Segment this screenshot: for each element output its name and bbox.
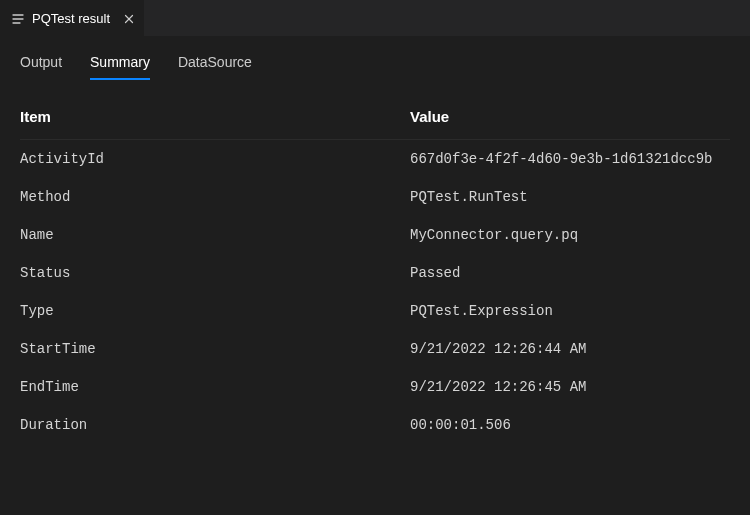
list-icon bbox=[10, 11, 26, 27]
result-table: Item Value ActivityId667d0f3e-4f2f-4d60-… bbox=[0, 80, 750, 444]
table-cell-value: MyConnector.query.pq bbox=[410, 227, 730, 243]
tab-datasource[interactable]: DataSource bbox=[178, 54, 252, 80]
table-cell-value: PQTest.RunTest bbox=[410, 189, 730, 205]
table-cell-item: EndTime bbox=[20, 379, 410, 395]
table-cell-item: Name bbox=[20, 227, 410, 243]
table-header: Item Value bbox=[20, 108, 730, 140]
table-cell-value: PQTest.Expression bbox=[410, 303, 730, 319]
close-icon[interactable] bbox=[118, 8, 140, 30]
table-cell-value: 9/21/2022 12:26:44 AM bbox=[410, 341, 730, 357]
table-cell-item: Status bbox=[20, 265, 410, 281]
window-tab-title: PQTest result bbox=[32, 11, 112, 26]
window-tab-bar: PQTest result bbox=[0, 0, 750, 36]
table-row: TypePQTest.Expression bbox=[20, 292, 730, 330]
table-row: ActivityId667d0f3e-4f2f-4d60-9e3b-1d6132… bbox=[20, 140, 730, 178]
table-row: Duration00:00:01.506 bbox=[20, 406, 730, 444]
table-cell-item: Method bbox=[20, 189, 410, 205]
table-cell-item: Type bbox=[20, 303, 410, 319]
table-row: StatusPassed bbox=[20, 254, 730, 292]
table-cell-value: Passed bbox=[410, 265, 730, 281]
table-cell-value: 9/21/2022 12:26:45 AM bbox=[410, 379, 730, 395]
table-cell-item: StartTime bbox=[20, 341, 410, 357]
table-cell-value: 00:00:01.506 bbox=[410, 417, 730, 433]
content-tabs: Output Summary DataSource bbox=[0, 36, 750, 80]
table-cell-item: Duration bbox=[20, 417, 410, 433]
table-row: MethodPQTest.RunTest bbox=[20, 178, 730, 216]
tab-output[interactable]: Output bbox=[20, 54, 62, 80]
table-header-value: Value bbox=[410, 108, 730, 125]
table-cell-item: ActivityId bbox=[20, 151, 410, 167]
table-header-item: Item bbox=[20, 108, 410, 125]
table-body: ActivityId667d0f3e-4f2f-4d60-9e3b-1d6132… bbox=[20, 140, 730, 444]
table-row: NameMyConnector.query.pq bbox=[20, 216, 730, 254]
tab-summary[interactable]: Summary bbox=[90, 54, 150, 80]
table-row: EndTime9/21/2022 12:26:45 AM bbox=[20, 368, 730, 406]
table-row: StartTime9/21/2022 12:26:44 AM bbox=[20, 330, 730, 368]
table-cell-value: 667d0f3e-4f2f-4d60-9e3b-1d61321dcc9b bbox=[410, 151, 730, 167]
window-tab-pqtest-result[interactable]: PQTest result bbox=[0, 0, 144, 36]
